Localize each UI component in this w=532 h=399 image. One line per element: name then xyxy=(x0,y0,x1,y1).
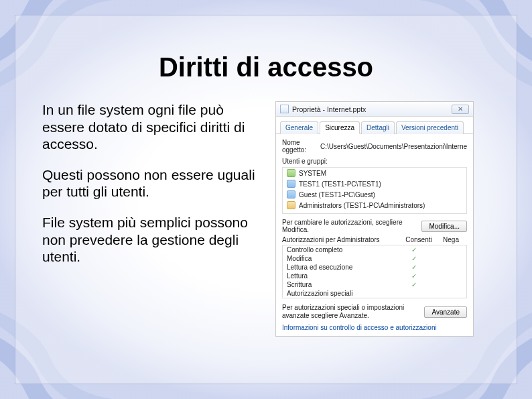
object-name-label: Nome oggetto: xyxy=(282,139,318,154)
advanced-button[interactable]: Avanzate xyxy=(424,306,467,318)
perm-row: Lettura✓ xyxy=(283,272,466,280)
perm-row: Controllo completo✓ xyxy=(283,245,466,254)
dialog-titlebar[interactable]: Proprietà - Internet.pptx ✕ xyxy=(276,102,473,117)
col-allow: Consenti xyxy=(403,236,435,243)
col-deny: Nega xyxy=(435,236,467,243)
check-icon: ✓ xyxy=(398,246,430,253)
info-link[interactable]: Informazioni su controllo di accesso e a… xyxy=(282,324,467,331)
tab-general[interactable]: Generale xyxy=(280,121,318,134)
check-icon: ✓ xyxy=(398,255,430,262)
user-icon xyxy=(287,180,295,188)
object-path: C:\Users\Guest\Documents\Presentazioni\I… xyxy=(320,143,467,150)
perm-name: Modifica xyxy=(287,255,398,262)
perm-row: Scrittura✓ xyxy=(283,280,466,289)
perm-name: Lettura ed esecuzione xyxy=(287,264,398,271)
group-item[interactable]: Guest (TEST1-PC\Guest) xyxy=(283,189,466,200)
modify-button[interactable]: Modifica... xyxy=(421,221,467,232)
paragraph: File system più semplici possono non pre… xyxy=(42,214,263,266)
permissions-table: Controllo completo✓ Modifica✓ Lettura ed… xyxy=(282,245,467,298)
check-icon: ✓ xyxy=(398,272,430,280)
group-text: TEST1 (TEST1-PC\TEST1) xyxy=(299,180,381,188)
perm-header: Autorizzazioni per Administrators xyxy=(282,236,403,243)
close-icon[interactable]: ✕ xyxy=(452,105,469,114)
group-item[interactable]: Administrators (TEST1-PC\Administrators) xyxy=(283,200,466,211)
perm-name: Controllo completo xyxy=(287,246,398,253)
modify-text: Per cambiare le autorizzazioni, sceglier… xyxy=(282,219,421,233)
group-text: Guest (TEST1-PC\Guest) xyxy=(299,191,375,198)
group-text: Administrators (TEST1-PC\Administrators) xyxy=(299,202,425,209)
slide-frame: Diritti di accesso In un file system ogn… xyxy=(15,15,517,384)
groups-label: Utenti e gruppi: xyxy=(282,158,467,165)
advanced-text: Per autorizzazioni speciali o impostazio… xyxy=(282,304,424,320)
paragraph: Questi possono non essere uguali per tut… xyxy=(42,166,263,201)
tab-details[interactable]: Dettagli xyxy=(361,121,395,134)
document-icon xyxy=(280,105,289,113)
perm-row: Autorizzazioni speciali xyxy=(283,289,466,298)
tab-versions[interactable]: Versioni precedenti xyxy=(396,121,464,134)
group-item[interactable]: TEST1 (TEST1-PC\TEST1) xyxy=(283,178,466,189)
dialog-tabs: Generale Sicurezza Dettagli Versioni pre… xyxy=(276,117,473,134)
perm-name: Scrittura xyxy=(287,281,398,288)
perm-row: Lettura ed esecuzione✓ xyxy=(283,263,466,272)
perm-name: Lettura xyxy=(287,272,398,280)
user-icon xyxy=(287,190,295,198)
system-icon xyxy=(287,169,295,177)
perm-row: Modifica✓ xyxy=(283,254,466,263)
admins-icon xyxy=(287,201,295,209)
check-icon: ✓ xyxy=(398,264,430,271)
groups-list[interactable]: SYSTEM TEST1 (TEST1-PC\TEST1) Guest (TES… xyxy=(282,167,467,214)
properties-dialog: Proprietà - Internet.pptx ✕ Generale Sic… xyxy=(275,101,474,337)
tab-security[interactable]: Sicurezza xyxy=(320,121,360,134)
check-icon: ✓ xyxy=(398,281,430,288)
slide-title: Diritti di accesso xyxy=(42,52,490,82)
group-item[interactable]: SYSTEM xyxy=(283,168,466,178)
perm-name: Autorizzazioni speciali xyxy=(287,290,398,297)
paragraph: In un file system ogni file può essere d… xyxy=(42,101,263,153)
slide-text: In un file system ogni file può essere d… xyxy=(42,101,263,279)
dialog-title: Proprietà - Internet.pptx xyxy=(292,105,452,113)
group-text: SYSTEM xyxy=(299,170,326,177)
